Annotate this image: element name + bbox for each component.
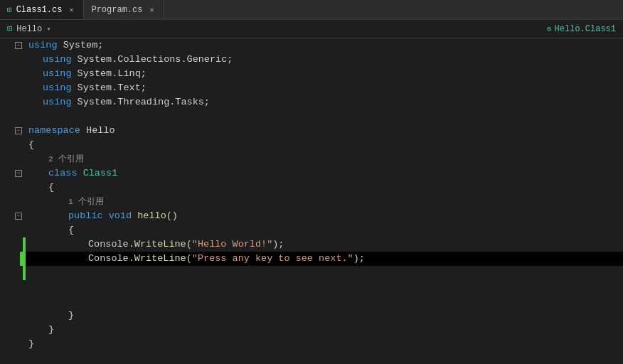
code-content[interactable]: using System; using System.Collections.G… (26, 38, 623, 364)
breadcrumb-project-icon: ⊡ (7, 23, 12, 34)
green-bar-2 (20, 252, 23, 266)
code-line-1: using System; (26, 38, 623, 53)
gutter: − − − − (0, 38, 26, 364)
tab-program[interactable]: Program.cs ✕ (84, 0, 164, 19)
code-line-10: class Class1 (26, 166, 623, 181)
tab-class1-icon: ⊡ (7, 5, 12, 14)
editor-container: ⊡ Class1.cs ✕ Program.cs ✕ ⊡ Hello ▾ ⊙ H… (0, 0, 623, 364)
code-line-9: 2 个引用 (26, 152, 623, 166)
collapse-namespace[interactable]: − (15, 127, 22, 134)
tab-bar: ⊡ Class1.cs ✕ Program.cs ✕ (0, 0, 623, 20)
ref-hint-1: 2 个引用 (48, 152, 84, 166)
code-line-12: 1 个引用 (26, 195, 623, 209)
code-line-17 (26, 266, 623, 280)
breadcrumb-class-icon: ⊙ (547, 24, 552, 33)
breadcrumb-project[interactable]: Hello (16, 24, 42, 34)
code-line-13: public void hello() (26, 209, 623, 223)
collapse-method[interactable]: − (15, 213, 22, 220)
code-line-15: Console.WriteLine("Hello World!"); (26, 237, 623, 252)
code-line-7: namespace Hello (26, 124, 623, 138)
tab-program-label: Program.cs (91, 5, 142, 15)
collapse-using[interactable]: − (15, 42, 22, 49)
code-line-20: } (26, 309, 623, 323)
code-line-14: { (26, 223, 623, 237)
code-line-19 (26, 294, 623, 309)
code-line-22: } (26, 337, 623, 351)
code-line-18 (26, 280, 623, 294)
breadcrumb-separator: ▾ (46, 24, 51, 33)
breadcrumb-bar: ⊡ Hello ▾ ⊙ Hello.Class1 (0, 20, 623, 38)
breadcrumb-class-container: ⊙ Hello.Class1 (547, 24, 616, 34)
collapse-class[interactable]: − (15, 170, 22, 177)
code-area: − − − − using System; (0, 38, 623, 364)
tab-program-close[interactable]: ✕ (147, 5, 156, 15)
tab-class1[interactable]: ⊡ Class1.cs ✕ (0, 0, 84, 19)
code-line-4: using System.Text; (26, 81, 623, 95)
code-line-2: using System.Collections.Generic; (26, 53, 623, 67)
tab-class1-modified[interactable]: ✕ (66, 5, 76, 15)
breadcrumb-class[interactable]: Hello.Class1 (555, 24, 616, 34)
ref-hint-2: 1 个引用 (68, 195, 104, 209)
code-line-11: { (26, 181, 623, 195)
tab-class1-label: Class1.cs (16, 5, 63, 15)
code-line-5: using System.Threading.Tasks; (26, 95, 623, 109)
code-line-8: { (26, 138, 623, 152)
code-line-3: using System.Linq; (26, 67, 623, 81)
code-line-16: Console.WriteLine("Press any key to see … (26, 252, 623, 266)
code-line-6 (26, 109, 623, 124)
code-line-21: } (26, 323, 623, 337)
